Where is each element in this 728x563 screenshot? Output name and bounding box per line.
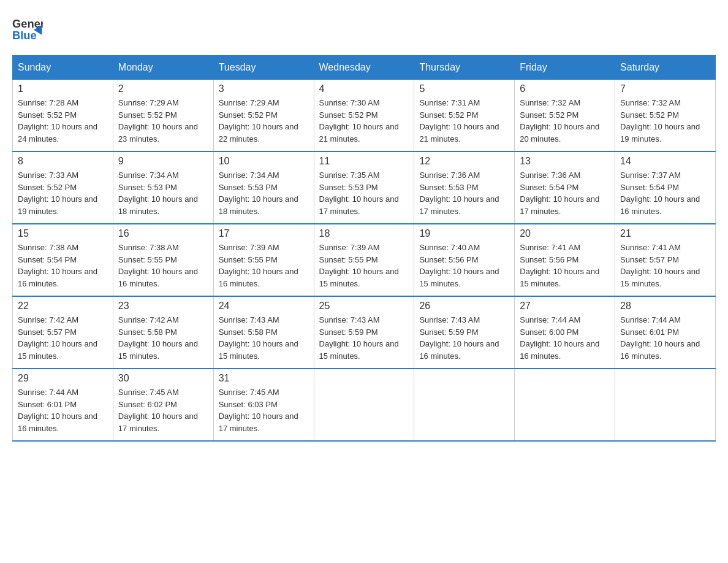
day-info: Sunrise: 7:36 AMSunset: 5:53 PMDaylight:… [419, 170, 499, 216]
day-number: 24 [219, 301, 309, 312]
day-info: Sunrise: 7:36 AMSunset: 5:54 PMDaylight:… [520, 170, 599, 216]
day-number: 11 [319, 156, 409, 167]
day-number: 21 [620, 228, 710, 239]
svg-text:Blue: Blue [12, 29, 37, 42]
day-cell-5: 5 Sunrise: 7:31 AMSunset: 5:52 PMDayligh… [414, 80, 515, 152]
day-number: 5 [419, 83, 509, 94]
day-number: 20 [520, 228, 610, 239]
logo: General Blue [12, 12, 43, 43]
day-cell-1: 1 Sunrise: 7:28 AMSunset: 5:52 PMDayligh… [13, 80, 113, 152]
week-row-4: 22 Sunrise: 7:42 AMSunset: 5:57 PMDaylig… [13, 296, 716, 369]
day-number: 3 [219, 83, 309, 94]
day-number: 7 [620, 83, 710, 94]
day-info: Sunrise: 7:45 AMSunset: 6:02 PMDaylight:… [118, 388, 198, 433]
day-info: Sunrise: 7:43 AMSunset: 5:59 PMDaylight:… [419, 315, 499, 361]
day-info: Sunrise: 7:43 AMSunset: 5:59 PMDaylight:… [319, 315, 399, 361]
day-cell-4: 4 Sunrise: 7:30 AMSunset: 5:52 PMDayligh… [314, 80, 414, 152]
week-row-3: 15 Sunrise: 7:38 AMSunset: 5:54 PMDaylig… [13, 224, 716, 296]
page-header: General Blue [12, 12, 716, 43]
day-cell-24: 24 Sunrise: 7:43 AMSunset: 5:58 PMDaylig… [213, 296, 314, 369]
day-number: 13 [520, 156, 610, 167]
day-cell-16: 16 Sunrise: 7:38 AMSunset: 5:55 PMDaylig… [113, 224, 213, 296]
day-number: 29 [18, 373, 108, 384]
day-number: 26 [419, 301, 509, 312]
day-cell-23: 23 Sunrise: 7:42 AMSunset: 5:58 PMDaylig… [113, 296, 213, 369]
day-number: 10 [219, 156, 309, 167]
day-info: Sunrise: 7:45 AMSunset: 6:03 PMDaylight:… [219, 388, 298, 433]
day-info: Sunrise: 7:40 AMSunset: 5:56 PMDaylight:… [419, 243, 499, 288]
day-cell-12: 12 Sunrise: 7:36 AMSunset: 5:53 PMDaylig… [414, 151, 515, 224]
day-cell-25: 25 Sunrise: 7:43 AMSunset: 5:59 PMDaylig… [314, 296, 414, 369]
day-info: Sunrise: 7:44 AMSunset: 6:01 PMDaylight:… [18, 388, 97, 433]
day-info: Sunrise: 7:44 AMSunset: 6:00 PMDaylight:… [520, 315, 599, 361]
day-number: 23 [118, 301, 208, 312]
day-info: Sunrise: 7:42 AMSunset: 5:57 PMDaylight:… [18, 315, 97, 361]
day-cell-18: 18 Sunrise: 7:39 AMSunset: 5:55 PMDaylig… [314, 224, 414, 296]
day-info: Sunrise: 7:30 AMSunset: 5:52 PMDaylight:… [319, 98, 399, 144]
day-info: Sunrise: 7:32 AMSunset: 5:52 PMDaylight:… [620, 98, 700, 144]
day-number: 2 [118, 83, 208, 94]
day-number: 9 [118, 156, 208, 167]
week-row-5: 29 Sunrise: 7:44 AMSunset: 6:01 PMDaylig… [13, 369, 716, 441]
day-cell-27: 27 Sunrise: 7:44 AMSunset: 6:00 PMDaylig… [515, 296, 615, 369]
day-cell-6: 6 Sunrise: 7:32 AMSunset: 5:52 PMDayligh… [515, 80, 615, 152]
day-info: Sunrise: 7:35 AMSunset: 5:53 PMDaylight:… [319, 170, 399, 216]
day-info: Sunrise: 7:29 AMSunset: 5:52 PMDaylight:… [118, 98, 198, 144]
weekday-header-row: SundayMondayTuesdayWednesdayThursdayFrid… [13, 56, 716, 80]
header-sunday: Sunday [13, 56, 113, 80]
day-number: 17 [219, 228, 309, 239]
day-cell-11: 11 Sunrise: 7:35 AMSunset: 5:53 PMDaylig… [314, 151, 414, 224]
header-monday: Monday [113, 56, 213, 80]
header-thursday: Thursday [414, 56, 515, 80]
day-info: Sunrise: 7:31 AMSunset: 5:52 PMDaylight:… [419, 98, 499, 144]
header-friday: Friday [515, 56, 615, 80]
day-cell-30: 30 Sunrise: 7:45 AMSunset: 6:02 PMDaylig… [113, 369, 213, 441]
day-cell-7: 7 Sunrise: 7:32 AMSunset: 5:52 PMDayligh… [615, 80, 716, 152]
day-cell-26: 26 Sunrise: 7:43 AMSunset: 5:59 PMDaylig… [414, 296, 515, 369]
day-number: 28 [620, 301, 710, 312]
day-number: 31 [219, 373, 309, 384]
day-number: 15 [18, 228, 108, 239]
day-number: 14 [620, 156, 710, 167]
day-cell-10: 10 Sunrise: 7:34 AMSunset: 5:53 PMDaylig… [213, 151, 314, 224]
day-cell-31: 31 Sunrise: 7:45 AMSunset: 6:03 PMDaylig… [213, 369, 314, 441]
day-number: 12 [419, 156, 509, 167]
day-cell-29: 29 Sunrise: 7:44 AMSunset: 6:01 PMDaylig… [13, 369, 113, 441]
day-cell-15: 15 Sunrise: 7:38 AMSunset: 5:54 PMDaylig… [13, 224, 113, 296]
day-number: 1 [18, 83, 108, 94]
day-cell-21: 21 Sunrise: 7:41 AMSunset: 5:57 PMDaylig… [615, 224, 716, 296]
day-cell-9: 9 Sunrise: 7:34 AMSunset: 5:53 PMDayligh… [113, 151, 213, 224]
day-number: 19 [419, 228, 509, 239]
empty-cell [615, 369, 716, 441]
day-info: Sunrise: 7:38 AMSunset: 5:54 PMDaylight:… [18, 243, 97, 288]
day-info: Sunrise: 7:44 AMSunset: 6:01 PMDaylight:… [620, 315, 700, 361]
day-number: 18 [319, 228, 409, 239]
day-number: 6 [520, 83, 610, 94]
day-cell-8: 8 Sunrise: 7:33 AMSunset: 5:52 PMDayligh… [13, 151, 113, 224]
header-saturday: Saturday [615, 56, 716, 80]
day-info: Sunrise: 7:42 AMSunset: 5:58 PMDaylight:… [118, 315, 198, 361]
day-info: Sunrise: 7:38 AMSunset: 5:55 PMDaylight:… [118, 243, 198, 288]
day-info: Sunrise: 7:43 AMSunset: 5:58 PMDaylight:… [219, 315, 298, 361]
logo-icon: General Blue [12, 12, 43, 43]
day-info: Sunrise: 7:32 AMSunset: 5:52 PMDaylight:… [520, 98, 599, 144]
header-tuesday: Tuesday [213, 56, 314, 80]
day-number: 22 [18, 301, 108, 312]
day-cell-19: 19 Sunrise: 7:40 AMSunset: 5:56 PMDaylig… [414, 224, 515, 296]
day-cell-17: 17 Sunrise: 7:39 AMSunset: 5:55 PMDaylig… [213, 224, 314, 296]
calendar-table: SundayMondayTuesdayWednesdayThursdayFrid… [12, 55, 716, 442]
day-info: Sunrise: 7:41 AMSunset: 5:56 PMDaylight:… [520, 243, 599, 288]
week-row-2: 8 Sunrise: 7:33 AMSunset: 5:52 PMDayligh… [13, 151, 716, 224]
day-info: Sunrise: 7:37 AMSunset: 5:54 PMDaylight:… [620, 170, 700, 216]
day-cell-13: 13 Sunrise: 7:36 AMSunset: 5:54 PMDaylig… [515, 151, 615, 224]
day-info: Sunrise: 7:39 AMSunset: 5:55 PMDaylight:… [219, 243, 298, 288]
day-info: Sunrise: 7:33 AMSunset: 5:52 PMDaylight:… [18, 170, 97, 216]
day-number: 25 [319, 301, 409, 312]
day-cell-20: 20 Sunrise: 7:41 AMSunset: 5:56 PMDaylig… [515, 224, 615, 296]
empty-cell [515, 369, 615, 441]
day-cell-14: 14 Sunrise: 7:37 AMSunset: 5:54 PMDaylig… [615, 151, 716, 224]
day-info: Sunrise: 7:28 AMSunset: 5:52 PMDaylight:… [18, 98, 97, 144]
empty-cell [414, 369, 515, 441]
week-row-1: 1 Sunrise: 7:28 AMSunset: 5:52 PMDayligh… [13, 80, 716, 152]
day-info: Sunrise: 7:39 AMSunset: 5:55 PMDaylight:… [319, 243, 399, 288]
